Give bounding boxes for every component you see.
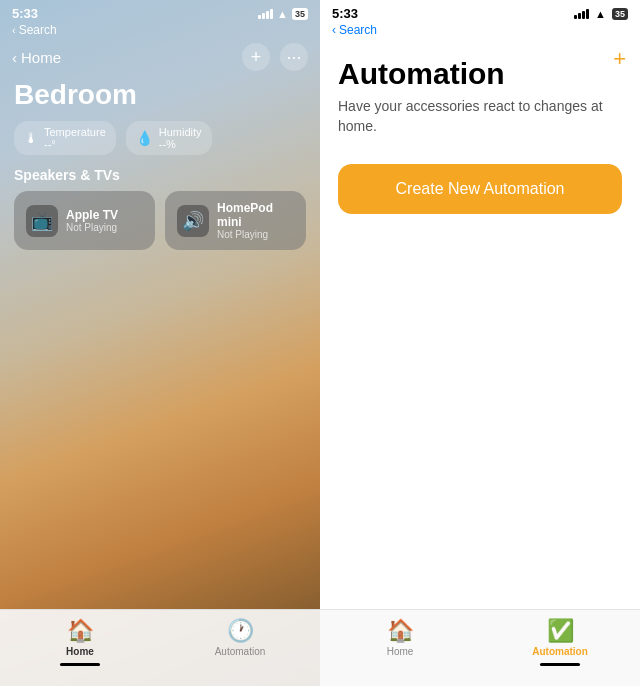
tab-bar-right: 🏠 Home ✅ Automation [320, 609, 640, 686]
status-bar-left: 5:33 ▲ 35 [0, 0, 320, 23]
humidity-icon: 💧 [136, 130, 153, 146]
humidity-chip[interactable]: 💧 Humidity --% [126, 121, 212, 155]
home-tab-icon-left: 🏠 [67, 618, 94, 644]
room-title: Bedroom [0, 77, 320, 121]
tab-home-left[interactable]: 🏠 Home [0, 618, 160, 666]
search-label-left: Search [19, 23, 57, 37]
tab-bar-left: 🏠 Home 🕐 Automation [0, 609, 320, 686]
temperature-chip[interactable]: 🌡 Temperature --° [14, 121, 116, 155]
more-button[interactable]: ··· [280, 43, 308, 71]
homepod-name: HomePod mini [217, 201, 294, 229]
home-tab-icon-right: 🏠 [387, 618, 414, 644]
automation-tab-label-left: Automation [215, 646, 266, 657]
back-chevron-left: ‹ [12, 24, 16, 36]
tab-automation-right[interactable]: ✅ Automation [480, 618, 640, 666]
apple-tv-name: Apple TV [66, 208, 118, 222]
plus-button-right[interactable]: + [613, 46, 626, 72]
temperature-value: --° [44, 138, 106, 150]
apple-tv-icon: 📺 [26, 205, 58, 237]
status-icons-left: ▲ 35 [258, 8, 308, 20]
nav-bar-left: ‹ Home + ··· [0, 39, 320, 77]
humidity-value: --% [159, 138, 202, 150]
search-link-right[interactable]: ‹ Search [320, 23, 640, 41]
home-back-btn[interactable]: ‹ Home [12, 49, 61, 66]
home-tab-label-left: Home [66, 646, 94, 657]
automation-tab-icon-left: 🕐 [227, 618, 254, 644]
signal-icon [258, 9, 273, 19]
temperature-label: Temperature [44, 126, 106, 138]
wifi-icon: ▲ [277, 8, 288, 20]
device-row: 📺 Apple TV Not Playing 🔊 HomePod mini No… [0, 191, 320, 250]
wifi-icon-right: ▲ [595, 8, 606, 20]
nav-actions: + ··· [242, 43, 308, 71]
status-icons-right: ▲ 35 [574, 8, 628, 20]
add-button[interactable]: + [242, 43, 270, 71]
left-panel: 5:33 ▲ 35 ‹ Search ‹ Home [0, 0, 320, 686]
right-panel: 5:33 ▲ 35 ‹ Search + Automation Have you… [320, 0, 640, 686]
create-automation-button[interactable]: Create New Automation [338, 164, 622, 214]
homepod-icon: 🔊 [177, 205, 209, 237]
signal-icon-right [574, 9, 589, 19]
home-tab-label-right: Home [387, 646, 414, 657]
search-label-right: Search [339, 23, 377, 37]
tab-home-right[interactable]: 🏠 Home [320, 618, 480, 666]
apple-tv-info: Apple TV Not Playing [66, 208, 118, 233]
apple-tv-status: Not Playing [66, 222, 118, 233]
time-left: 5:33 [12, 6, 38, 21]
automation-title: Automation [338, 57, 622, 91]
apple-tv-card[interactable]: 📺 Apple TV Not Playing [14, 191, 155, 250]
humidity-label: Humidity [159, 126, 202, 138]
battery-right: 35 [612, 8, 628, 20]
status-bar-right: 5:33 ▲ 35 [320, 0, 640, 23]
homepod-info: HomePod mini Not Playing [217, 201, 294, 240]
temperature-icon: 🌡 [24, 130, 38, 146]
automation-tab-icon-right: ✅ [547, 618, 574, 644]
home-label: Home [21, 49, 61, 66]
search-link-left[interactable]: ‹ Search [0, 23, 320, 39]
battery-left: 35 [292, 8, 308, 20]
time-right: 5:33 [332, 6, 358, 21]
speakers-section-label: Speakers & TVs [0, 167, 320, 191]
sensor-row: 🌡 Temperature --° 💧 Humidity --% [0, 121, 320, 167]
right-body: Automation Have your accessories react t… [320, 41, 640, 609]
automation-tab-label-right: Automation [532, 646, 588, 657]
automation-subtitle: Have your accessories react to changes a… [338, 97, 622, 136]
home-chevron: ‹ [12, 49, 17, 66]
tab-automation-left[interactable]: 🕐 Automation [160, 618, 320, 666]
homepod-card[interactable]: 🔊 HomePod mini Not Playing [165, 191, 306, 250]
homepod-status: Not Playing [217, 229, 294, 240]
back-chevron-right: ‹ [332, 23, 336, 37]
bg-image-spacer [0, 250, 320, 609]
